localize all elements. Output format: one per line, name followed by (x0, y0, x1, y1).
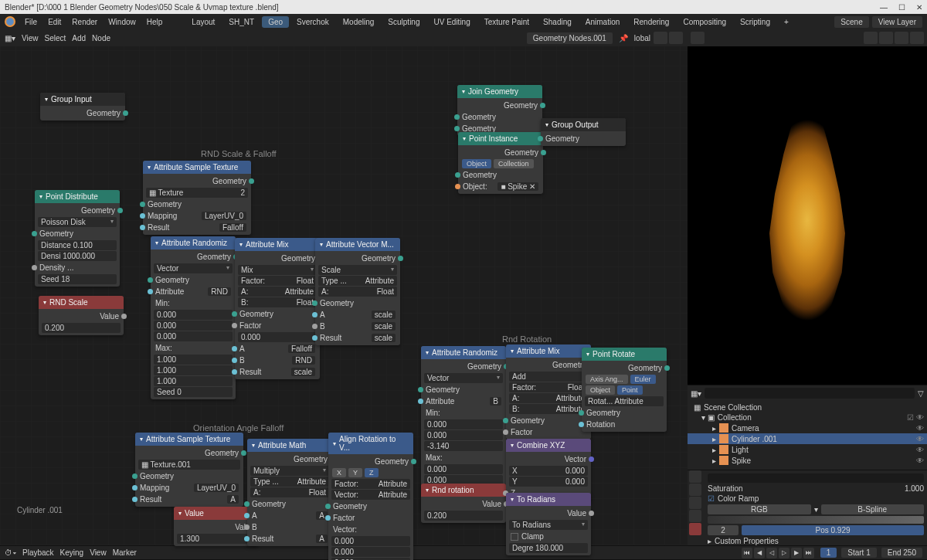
node-attr-sample-texture-1[interactable]: ▾Attribute Sample Texture Geometry ▦ Tex… (143, 161, 251, 235)
node-combine-xyz[interactable]: ▾Combine XYZ Vector X0.000 Y0.000 Z (506, 439, 591, 501)
tab-modeling[interactable]: Modeling (337, 16, 381, 28)
menu-window[interactable]: Window (104, 16, 141, 28)
overlay-icon[interactable] (669, 32, 683, 44)
ne-menu-add[interactable]: Add (72, 34, 86, 42)
node-to-radians[interactable]: ▾To Radians Value To Radians▾ Clamp Degr… (506, 493, 591, 555)
outliner-scene-collection[interactable]: ▦Scene Collection (688, 402, 927, 412)
timeline-playback[interactable]: Playback (22, 548, 54, 557)
timeline-keying[interactable]: Keying (60, 548, 84, 557)
timeline-marker[interactable]: Marker (113, 548, 137, 557)
ne-menu-view[interactable]: View (22, 34, 39, 42)
tab-add[interactable]: + (778, 16, 795, 28)
color-ramp-widget[interactable] (708, 516, 924, 524)
node-point-rotate[interactable]: ▾Point Rotate Geometry Axis Ang... Euler… (582, 348, 667, 432)
ne-menu-node[interactable]: Node (92, 34, 110, 42)
pin-icon[interactable]: 📌 (619, 34, 628, 42)
props-tab-scene[interactable] (689, 510, 701, 522)
outliner-search[interactable] (705, 388, 915, 399)
tab-layout[interactable]: Layout (185, 16, 221, 28)
shading-solid-icon[interactable] (879, 32, 893, 44)
tab-shading[interactable]: Shading (537, 16, 578, 28)
node-attr-randomize-1[interactable]: ▾Attribute Randomiz Geometry Vector▾ Geo… (151, 236, 236, 399)
colorramp-mode[interactable]: RGB (708, 504, 811, 514)
node-group-input[interactable]: ▾Group Input Geometry (40, 93, 125, 120)
close-icon[interactable]: ✕ (916, 3, 922, 12)
window-title: Blender* [D:\000 1 Blender Geometry Node… (5, 3, 279, 12)
timeline-view[interactable]: View (90, 548, 107, 557)
node-point-instance[interactable]: ▾Point Instance Geometry Object Collecti… (458, 132, 543, 194)
tab-uvediting[interactable]: UV Editing (427, 16, 476, 28)
overlay-global[interactable]: lobal (634, 34, 650, 42)
node-group-output[interactable]: ▾Group Output Geometry (541, 118, 626, 146)
shading-rendered-icon[interactable] (910, 32, 924, 44)
snap-icon[interactable] (654, 32, 667, 44)
props-search[interactable] (708, 473, 924, 483)
window-titlebar: Blender* [D:\000 1 Blender Geometry Node… (0, 0, 927, 14)
node-align-rotation[interactable]: ▾Align Rotation to V... Geometry X Y Z F… (328, 433, 413, 560)
menu-file[interactable]: File (20, 16, 42, 28)
tab-scripting[interactable]: Scripting (734, 16, 776, 28)
timeline[interactable]: ⏱▾ Playback Keying View Marker ⏮ ◀ ◁ ▷ ▶… (0, 545, 927, 559)
jump-end-icon[interactable]: ⏭ (803, 548, 814, 558)
node-join-geometry[interactable]: ▾Join Geometry Geometry Geometry Geometr… (457, 85, 542, 136)
outliner[interactable]: ▦▾ ▽ ▦Scene Collection ▾ ▣Collection☑ 👁 … (688, 385, 927, 470)
colorramp-index[interactable]: 2 (708, 525, 739, 535)
props-tab-texture[interactable] (689, 523, 701, 535)
keyframe-next-icon[interactable]: ▶ (791, 548, 802, 558)
maximize-icon[interactable]: ☐ (898, 3, 905, 12)
props-tab-render[interactable] (689, 470, 701, 483)
node-attr-vector-math[interactable]: ▾Attribute Vector M... Geometry Scale▾ T… (315, 238, 400, 345)
frame-end[interactable]: End 250 (881, 548, 922, 558)
ne-menu-select[interactable]: Select (45, 34, 66, 42)
tab-sculpting[interactable]: Sculpting (382, 16, 426, 28)
outliner-spike[interactable]: ▸Spike👁 (688, 455, 927, 466)
menu-edit[interactable]: Edit (43, 16, 66, 28)
blender-logo-icon (5, 16, 15, 27)
editor-type-icon[interactable]: ▦▾ (5, 34, 15, 42)
shading-material-icon[interactable] (895, 32, 908, 44)
play-icon[interactable]: ▷ (779, 548, 789, 558)
node-attr-math[interactable]: ▾Attribute Math Geometry Multiply▾ Type … (247, 439, 332, 546)
tab-animation[interactable]: Animation (579, 16, 626, 28)
colorramp-pos[interactable]: Pos 0.929 (742, 525, 924, 535)
shading-wireframe-icon[interactable] (864, 32, 878, 44)
props-tab-view[interactable] (689, 497, 701, 509)
viewport-mode-icon[interactable] (691, 32, 705, 44)
minimize-icon[interactable]: — (880, 3, 888, 12)
outliner-camera[interactable]: ▸Camera👁 (688, 423, 927, 433)
outliner-light[interactable]: ▸Light👁 (688, 444, 927, 455)
node-rnd-rotation[interactable]: ▾Rnd rotation Value 0.200 (421, 484, 506, 523)
filter-icon[interactable]: ▽ (918, 389, 924, 398)
dropdown-poisson[interactable]: Poisson Disk▾ (38, 217, 117, 227)
tab-compositing[interactable]: Compositing (677, 16, 732, 28)
tab-geo[interactable]: Geo (262, 16, 289, 28)
node-point-distribute[interactable]: ▾Point Distribute Geometry Poisson Disk▾… (35, 190, 120, 287)
menu-help[interactable]: Help (142, 16, 168, 28)
frame-start[interactable]: Start 1 (841, 548, 876, 558)
outliner-cylinder[interactable]: ▸Cylinder .001👁 (688, 433, 927, 444)
outliner-collection[interactable]: ▾ ▣Collection☑ 👁 (688, 412, 927, 423)
node-rnd-scale[interactable]: ▾RND Scale Value 0.200 (39, 296, 124, 335)
node-attr-sample-texture-2[interactable]: ▾Attribute Sample Texture Geometry ▦ Tex… (135, 433, 243, 507)
outliner-type-icon[interactable]: ▦▾ (691, 389, 701, 398)
geometry-node-editor[interactable]: ▦▾ View Select Add Node Geometry Nodes.0… (0, 29, 688, 545)
timeline-type-icon[interactable]: ⏱▾ (5, 548, 16, 557)
tab-texturepaint[interactable]: Texture Paint (478, 16, 535, 28)
frame-current[interactable]: 1 (820, 548, 837, 558)
properties-panel[interactable]: Saturation1.000 ☑Color Ramp RGB▾B-Spline… (688, 470, 927, 545)
props-tab-output[interactable] (689, 484, 701, 496)
play-reverse-icon[interactable]: ◁ (766, 548, 777, 558)
viewlayer-selector[interactable]: View Layer (872, 16, 922, 28)
section-orient: Orientation Angle Falloff (193, 423, 284, 433)
tab-sverchok[interactable]: Sverchok (290, 16, 335, 28)
node-attr-mix-1[interactable]: ▾Attribute Mix Geometry Mix▾ Factor:Floa… (235, 238, 320, 379)
scene-selector[interactable]: Scene (834, 16, 868, 28)
tab-shnt[interactable]: SH_NT (222, 16, 260, 28)
viewport-3d[interactable] (688, 29, 927, 385)
menu-render[interactable]: Render (67, 16, 102, 28)
tab-rendering[interactable]: Rendering (627, 16, 675, 28)
colorramp-interp[interactable]: B-Spline (821, 504, 925, 514)
nodegroup-name[interactable]: Geometry Nodes.001 (527, 32, 613, 44)
jump-start-icon[interactable]: ⏮ (742, 548, 752, 558)
keyframe-prev-icon[interactable]: ◀ (754, 548, 765, 558)
